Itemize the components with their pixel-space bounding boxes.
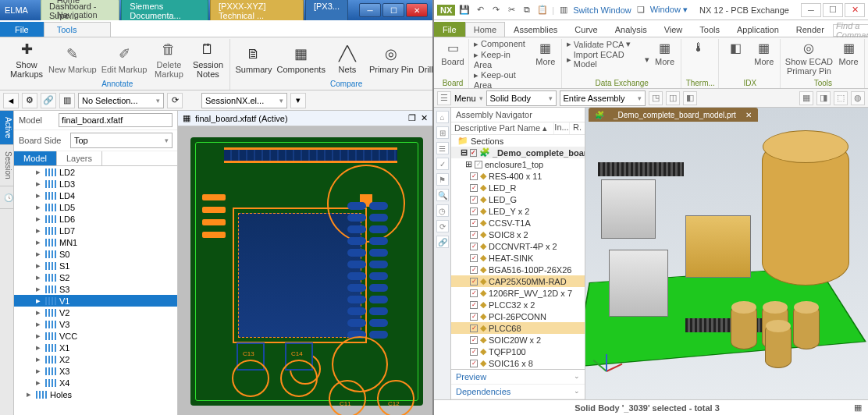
ribbon-tab-home[interactable]: Home [44,0,111,7]
nx-close-button[interactable]: ✕ [845,3,865,17]
rb-2[interactable]: ⊞ [436,126,449,139]
asm-dependencies[interactable]: Dependencies⌄ [451,385,585,399]
rb-9[interactable]: 🔗 [436,236,449,248]
refresh-icon[interactable]: ⟳ [167,93,183,108]
import-ecad[interactable]: ▸ Import ECAD Model ▾ [567,50,649,69]
tree-node[interactable]: ▸S1 [14,260,177,271]
summary[interactable]: 🗎Summary [235,44,272,74]
edit-attr-keep-out-area[interactable]: ▸ Keep-out Area [474,70,530,90]
tree-node[interactable]: ▸MN1 [14,236,177,248]
show-markups[interactable]: ✚Show Markups [9,40,44,79]
rb-7[interactable]: ◷ [436,204,449,217]
asm-node[interactable]: ✓◆LED_G [451,193,585,205]
tree-node[interactable]: ▸S3 [14,283,177,295]
pcb-canvas[interactable]: C13C14C11C12 [178,126,432,415]
switch-window[interactable]: Switch Window [573,5,631,15]
asm-enclosure[interactable]: ⊞✓enclosure1_top [451,158,585,170]
tree-node[interactable]: ▸V2 [14,307,177,318]
asm-node[interactable]: ✓◆RES-400 x 11 [451,170,585,182]
tree-node[interactable]: ▸Holes [14,388,177,400]
more-data-button[interactable]: ▦More [653,39,678,66]
undo-icon[interactable]: ↶ [474,4,486,16]
tree-node[interactable]: ▸V1 [14,295,177,307]
asm-node[interactable]: ✓◆LED_Y x 2 [451,205,585,217]
session-dropdown[interactable]: SessionNX.el...▾ [201,93,287,108]
rb-3[interactable]: ☰ [436,142,449,154]
asm-node[interactable]: ✓◆SOIC20W x 2 [451,334,585,346]
asm-node[interactable]: ✓◆BGA516-100P-26X26 [451,264,585,275]
show-ecad-pin[interactable]: ◎Show ECAD Primary Pin [785,39,833,76]
tools-more[interactable]: ▦More [836,39,861,66]
window-menu[interactable]: Window ▾ [650,5,688,15]
nx-tab-analysis[interactable]: Analysis [607,22,656,37]
model-field[interactable] [59,113,173,127]
tree-node[interactable]: ▸X2 [14,353,177,365]
idx-button[interactable]: ◧ [724,39,749,56]
tree-node[interactable]: ▸S2 [14,271,177,283]
tree-node[interactable]: ▸VCC [14,330,177,342]
save-icon[interactable]: 💾 [458,4,471,16]
status-grid-icon[interactable]: ▦ [854,403,862,413]
minimize-button[interactable]: ─ [359,3,381,17]
view-opt-2[interactable]: ◨ [816,91,831,105]
validate-pca[interactable]: ▸ Validate PCA ▾ [567,39,649,49]
tree-node[interactable]: ▸V3 [14,318,177,330]
asm-col-r[interactable]: R. [569,122,585,134]
idx-more[interactable]: ▦More [752,39,777,66]
nx-tab-assemblies[interactable]: Assemblies [505,22,566,37]
filter-type[interactable]: Solid Body▾ [486,90,557,106]
window-icon[interactable]: ▥ [557,4,570,16]
tree-node[interactable]: ▸LD5 [14,201,177,213]
tree-node[interactable]: ▸LD6 [14,213,177,225]
asm-node[interactable]: ✓◆PLCC68 [451,322,585,334]
asm-sections[interactable]: 📁 Sections [451,135,585,147]
delete-markup[interactable]: 🗑Delete Markup [151,40,186,79]
asm-node[interactable]: ✓◆LED_R [451,182,585,193]
rb-6[interactable]: 🔍 [436,189,449,201]
tree-node[interactable]: ▸LD3 [14,178,177,190]
sel-opt-3[interactable]: ◧ [683,91,697,105]
command-search[interactable]: Find a Command 🔍 [833,24,868,37]
side-tab-active[interactable]: Active [0,111,13,145]
asm-node[interactable]: ✓◆PCI-26PCONN [451,310,585,322]
edit-attr-keep-in-area[interactable]: ▸ Keep-in Area [474,50,530,69]
tree-node[interactable]: ▸X3 [14,365,177,377]
sel-opt-2[interactable]: ◫ [666,91,680,105]
thermal-button[interactable]: 🌡 [686,39,711,56]
filter-scope[interactable]: Entire Assembly▾ [560,90,646,106]
link-icon[interactable]: 🔗 [41,93,56,108]
3d-tab[interactable]: 🧩 _Demo_complete_board_model.prt ✕ [589,108,758,122]
asm-node[interactable]: ✓◆TQFP100 [451,346,585,357]
asm-tree[interactable]: 📁 Sections ⊟✓🧩 _Demo_complete_boar... ⊞✓… [451,135,585,369]
rb-4[interactable]: ✓ [436,158,449,170]
view-opt-4[interactable]: ◍ [851,91,865,105]
asm-node[interactable]: ✓◆DCCNVRT-4P x 2 [451,240,585,252]
side-tab-session[interactable]: Session [0,145,13,186]
asm-node[interactable]: ✓◆CCSV-T1A [451,217,585,229]
close-button[interactable]: ✕ [406,3,428,17]
filter-icon[interactable]: ▥ [59,93,75,108]
side-tab-clock[interactable]: 🕓 [0,186,13,209]
view-opt-3[interactable]: ⬚ [834,91,848,105]
nx-tab-home[interactable]: Home [465,22,505,37]
model-tree[interactable]: ▸LD2▸LD3▸LD4▸LD5▸LD6▸LD7▸MN1▸S0▸S1▸S2▸S3… [14,166,177,415]
asm-col-name[interactable]: Descriptive Part Name ▴ [451,122,553,134]
window-list-icon[interactable]: ❏ [635,4,647,16]
nx-maximize-button[interactable]: ☐ [823,3,843,17]
view-opt-1[interactable]: ▦ [799,91,813,105]
asm-node[interactable]: ✓◆HEAT-SINK [451,252,585,264]
viewer-restore-icon[interactable]: ❐ [408,113,416,123]
rb-8[interactable]: ⟳ [436,220,449,232]
menu-icon[interactable]: ☰ [437,91,451,105]
maximize-button[interactable]: ☐ [382,3,404,17]
viewer-close-icon[interactable]: ✕ [421,113,428,123]
panel-tab-model[interactable]: Model [14,151,57,165]
nx-minimize-button[interactable]: ─ [801,3,821,17]
sel-opt-1[interactable]: ◳ [649,91,663,105]
nx-ribbon-file[interactable]: File [434,22,465,37]
new-markup[interactable]: ✎New Markup [48,44,97,74]
asm-col-in[interactable]: In... [553,122,569,134]
cut-icon[interactable]: ✂ [505,4,518,16]
browser-tab[interactable]: [PX3... [305,0,348,22]
tree-node[interactable]: ▸LD2 [14,166,177,178]
